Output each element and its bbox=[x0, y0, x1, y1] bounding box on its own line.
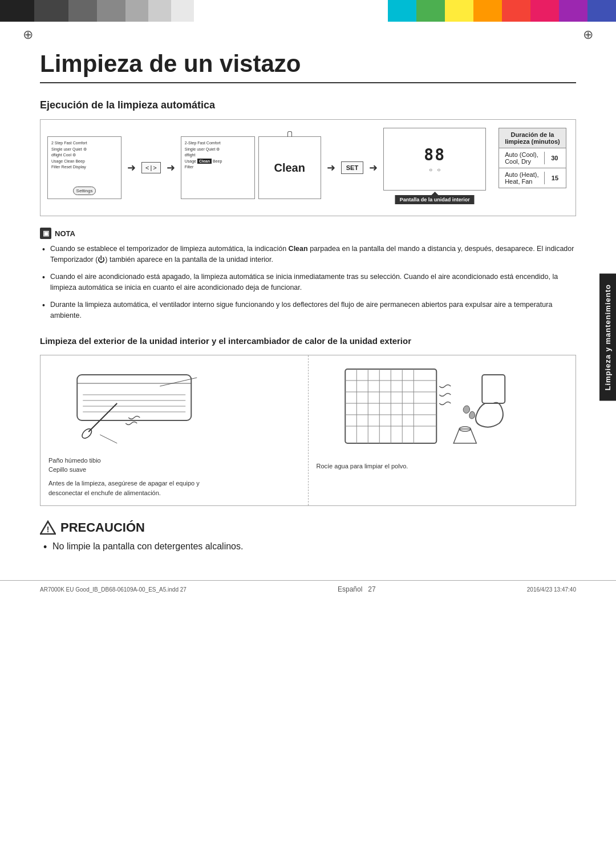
note-box: ▣ NOTA Cuando se establece el temporizad… bbox=[40, 228, 576, 321]
duration-table: Duración de lalimpieza (minutos) Auto (C… bbox=[499, 128, 566, 188]
duration-mode-2: Auto (Heat),Heat, Fan bbox=[499, 168, 544, 188]
svg-rect-22 bbox=[482, 375, 505, 403]
clean-label-box: Clean bbox=[258, 136, 321, 199]
note-label: NOTA bbox=[55, 229, 75, 238]
footer-right: 2016/4/23 13:47:40 bbox=[527, 586, 576, 593]
color-block-5 bbox=[125, 0, 148, 22]
label-pano-humedo: Paño húmedo tibio bbox=[48, 457, 300, 464]
display-panel-wrapper: 88 ○ ○ Pantalla de la unidad interior bbox=[383, 128, 486, 191]
arrow-1: ➜ bbox=[127, 161, 136, 174]
panel1-lines: 2 Step Fast Comfort Single user Quiet ⚙ … bbox=[51, 140, 117, 171]
panel2-bottom bbox=[185, 190, 251, 195]
panel1-bottom: Settings bbox=[51, 187, 117, 195]
remote-panel-2: 2-Step Fast Comfort Single user Quiet ⚙ … bbox=[181, 136, 255, 199]
svg-line-9 bbox=[100, 435, 117, 443]
illustration-box: Paño húmedo tibio Cepillo suave Antes de… bbox=[40, 355, 576, 506]
antenna bbox=[287, 131, 292, 137]
footer-page-num: 27 bbox=[368, 585, 375, 593]
page-number: Español 27 bbox=[338, 585, 376, 593]
panel2-lines: 2-Step Fast Comfort Single user Quiet ⚙ … bbox=[185, 140, 251, 171]
svg-line-6 bbox=[88, 403, 117, 432]
page-title: Limpieza de un vistazo bbox=[40, 50, 576, 83]
note-list: Cuando se establece el temporizador de l… bbox=[40, 244, 576, 321]
precaution-section: ! PRECAUCIÓN No limpie la pantalla con d… bbox=[40, 520, 576, 552]
diagram-inner: 2 Step Fast Comfort Single user Quiet ⚙ … bbox=[47, 128, 569, 208]
duration-row-1: Auto (Cool),Cool, Dry 30 bbox=[499, 148, 566, 168]
arrow-3: ➜ bbox=[327, 161, 335, 174]
settings-button[interactable]: Settings bbox=[73, 187, 96, 195]
display-icons: ○ ○ bbox=[429, 167, 440, 173]
label-cepillo: Cepillo suave bbox=[48, 466, 300, 473]
arrow-2: ➜ bbox=[167, 161, 175, 174]
footer-language: Español bbox=[338, 585, 362, 593]
illus-left-svg bbox=[48, 363, 300, 455]
page-content: Limpieza de un vistazo Ejecución de la l… bbox=[0, 22, 616, 574]
color-block-indigo bbox=[587, 0, 616, 22]
color-block-6 bbox=[148, 0, 171, 22]
nav-buttons[interactable]: < | > bbox=[141, 162, 161, 173]
set-button[interactable]: SET bbox=[341, 161, 363, 174]
illus-right-svg bbox=[317, 363, 568, 455]
color-block-red bbox=[502, 0, 530, 22]
color-block-orange bbox=[473, 0, 502, 22]
note-item-1: Cuando se establece el temporizador de l… bbox=[40, 244, 576, 266]
arrow-4: ➜ bbox=[369, 161, 378, 174]
clean-bold-1: Clean bbox=[289, 245, 308, 253]
color-block-yellow bbox=[445, 0, 473, 22]
page-footer: AR7000K EU Good_IB_DB68-06109A-00_ES_A5.… bbox=[0, 580, 616, 598]
illus-left-caption: Antes de la limpieza, asegúrese de apaga… bbox=[48, 479, 300, 497]
color-block-green bbox=[416, 0, 445, 22]
svg-rect-0 bbox=[77, 375, 191, 420]
precaution-label: PRECAUCIÓN bbox=[60, 520, 145, 535]
note-icon: ▣ bbox=[40, 228, 51, 239]
precaution-title: ! PRECAUCIÓN bbox=[40, 520, 576, 536]
precaution-list: No limpie la pantalla con detergentes al… bbox=[40, 541, 576, 552]
precaution-item-1: No limpie la pantalla con detergentes al… bbox=[40, 541, 576, 552]
illus-right: Rocíe agua para limpiar el polvo. bbox=[309, 355, 576, 505]
diagram-box: 2 Step Fast Comfort Single user Quiet ⚙ … bbox=[40, 119, 576, 216]
duration-mode-1: Auto (Cool),Cool, Dry bbox=[499, 148, 544, 168]
color-block-pink bbox=[530, 0, 559, 22]
note-item-3: Durante la limpieza automática, el venti… bbox=[40, 299, 576, 322]
display-label: Pantalla de la unidad interior bbox=[395, 195, 475, 204]
footer-left: AR7000K EU Good_IB_DB68-06109A-00_ES_A5.… bbox=[40, 586, 187, 593]
duration-table-header: Duración de lalimpieza (minutos) bbox=[499, 128, 566, 148]
illus-right-caption: Rocíe agua para limpiar el polvo. bbox=[317, 462, 568, 471]
top-color-bar bbox=[0, 0, 616, 22]
color-block-1 bbox=[0, 0, 34, 22]
color-block-purple bbox=[559, 0, 587, 22]
illus-left: Paño húmedo tibio Cepillo suave Antes de… bbox=[40, 355, 309, 505]
clean-text: Clean bbox=[274, 161, 305, 175]
svg-text:!: ! bbox=[47, 525, 50, 534]
color-block-2 bbox=[34, 0, 68, 22]
color-block-3 bbox=[68, 0, 97, 22]
remote-panel-1: 2 Step Fast Comfort Single user Quiet ⚙ … bbox=[47, 136, 121, 199]
nav-area: < | > bbox=[141, 162, 161, 173]
section2-heading: Limpieza del exterior de la unidad inter… bbox=[40, 335, 576, 347]
color-block-4 bbox=[97, 0, 125, 22]
note-item-2: Cuando el aire acondicionado está apagad… bbox=[40, 272, 576, 294]
clean-highlighted: Clean bbox=[197, 159, 212, 164]
top-bar-left bbox=[0, 0, 308, 22]
display-digits: 88 bbox=[424, 145, 445, 164]
duration-row-2: Auto (Heat),Heat, Fan 15 bbox=[499, 168, 566, 188]
illus-left-labels: Paño húmedo tibio Cepillo suave bbox=[48, 457, 300, 473]
top-bar-right bbox=[308, 0, 616, 22]
display-panel: 88 ○ ○ bbox=[383, 128, 486, 191]
color-block-cyan bbox=[388, 0, 416, 22]
section1-heading: Ejecución de la limpieza automática bbox=[40, 99, 576, 111]
duration-num-2: 15 bbox=[544, 172, 565, 184]
duration-num-1: 30 bbox=[544, 152, 565, 164]
color-block-7 bbox=[171, 0, 194, 22]
note-header: ▣ NOTA bbox=[40, 228, 576, 239]
panel1-clean: Clean bbox=[64, 159, 74, 163]
warning-icon: ! bbox=[40, 520, 56, 536]
